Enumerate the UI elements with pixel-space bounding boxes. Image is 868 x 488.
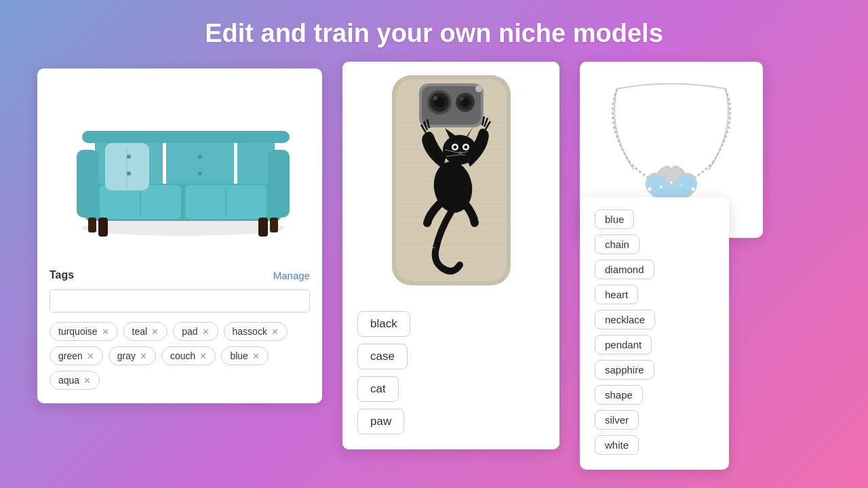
phonecase-svg xyxy=(385,68,517,292)
necklace-tags-card: blue chain diamond heart necklace pendan… xyxy=(580,197,729,470)
tag-shape: shape xyxy=(595,385,643,405)
tag-pendant: pendant xyxy=(595,335,652,354)
remove-tag-hassock[interactable]: ✕ xyxy=(271,327,279,336)
tag-cat: cat xyxy=(357,376,399,402)
tag-chip-teal: teal ✕ xyxy=(123,322,168,341)
svg-point-43 xyxy=(433,96,437,100)
tag-white: white xyxy=(595,435,639,455)
svg-point-56 xyxy=(464,146,467,149)
manage-link[interactable]: Manage xyxy=(273,270,310,281)
tag-paw: paw xyxy=(357,409,404,434)
svg-point-21 xyxy=(198,171,202,176)
svg-point-20 xyxy=(198,155,202,159)
svg-point-62 xyxy=(660,186,663,188)
tag-input[interactable] xyxy=(50,289,310,312)
necklace-tags: blue chain diamond heart necklace pendan… xyxy=(595,209,714,455)
svg-point-66 xyxy=(691,187,695,191)
tag-chip-turquoise: turquoise ✕ xyxy=(50,322,118,341)
svg-point-0 xyxy=(81,220,285,236)
svg-rect-15 xyxy=(270,218,278,232)
tag-chip-hassock: hassock ✕ xyxy=(224,322,288,341)
tag-chip-pad: pad ✕ xyxy=(173,322,218,341)
remove-tag-teal[interactable]: ✕ xyxy=(151,327,159,336)
tag-heart: heart xyxy=(595,285,638,304)
card-sofa: Tags Manage turquoise ✕ teal ✕ pad ✕ h xyxy=(37,68,322,403)
tag-chip-blue: blue ✕ xyxy=(221,346,268,365)
svg-point-48 xyxy=(475,85,482,92)
remove-tag-turquoise[interactable]: ✕ xyxy=(102,327,109,336)
remove-tag-blue[interactable]: ✕ xyxy=(252,352,260,361)
svg-rect-14 xyxy=(88,218,96,232)
phonecase-tags: black case cat paw xyxy=(357,311,545,434)
tag-chip-aqua: aqua ✕ xyxy=(50,371,100,390)
svg-point-18 xyxy=(127,155,131,159)
tags-label: Tags xyxy=(50,269,74,281)
tag-chain: chain xyxy=(595,235,639,254)
tag-silver: silver xyxy=(595,410,639,430)
tag-diamond: diamond xyxy=(595,260,654,279)
card-phonecase-body: black case cat paw xyxy=(342,299,559,449)
tag-chip-green: green ✕ xyxy=(50,346,103,365)
remove-tag-pad[interactable]: ✕ xyxy=(202,327,210,336)
tag-sapphire: sapphire xyxy=(595,360,654,380)
page-title: Edit and train your own niche models xyxy=(205,19,663,48)
tag-blue: blue xyxy=(595,209,634,229)
svg-point-65 xyxy=(648,187,652,191)
svg-point-63 xyxy=(681,184,683,186)
card-sofa-body: Tags Manage turquoise ✕ teal ✕ pad ✕ h xyxy=(37,258,322,403)
tags-header: Tags Manage xyxy=(50,269,310,281)
phonecase-image xyxy=(342,62,559,299)
remove-tag-gray[interactable]: ✕ xyxy=(140,352,147,361)
tag-case: case xyxy=(357,344,408,369)
svg-rect-9 xyxy=(82,131,290,143)
sofa-svg xyxy=(58,82,302,245)
sofa-image xyxy=(37,68,322,258)
remove-tag-green[interactable]: ✕ xyxy=(87,352,94,361)
tag-black: black xyxy=(357,311,410,337)
svg-point-57 xyxy=(458,151,462,154)
remove-tag-aqua[interactable]: ✕ xyxy=(83,376,91,385)
card-phonecase: black case cat paw xyxy=(342,62,559,449)
tag-chip-gray: gray ✕ xyxy=(108,346,156,365)
svg-rect-5 xyxy=(77,150,98,218)
svg-point-19 xyxy=(127,171,131,176)
remove-tag-couch[interactable]: ✕ xyxy=(199,352,207,361)
svg-point-47 xyxy=(460,98,463,101)
svg-point-54 xyxy=(453,146,456,149)
tags-container: turquoise ✕ teal ✕ pad ✕ hassock ✕ green xyxy=(50,322,310,390)
cards-row: Tags Manage turquoise ✕ teal ✕ pad ✕ h xyxy=(0,62,868,449)
svg-rect-12 xyxy=(98,218,108,237)
tag-chip-couch: couch ✕ xyxy=(161,346,216,365)
tag-necklace: necklace xyxy=(595,310,655,329)
svg-rect-13 xyxy=(258,218,268,237)
svg-rect-6 xyxy=(268,150,290,218)
